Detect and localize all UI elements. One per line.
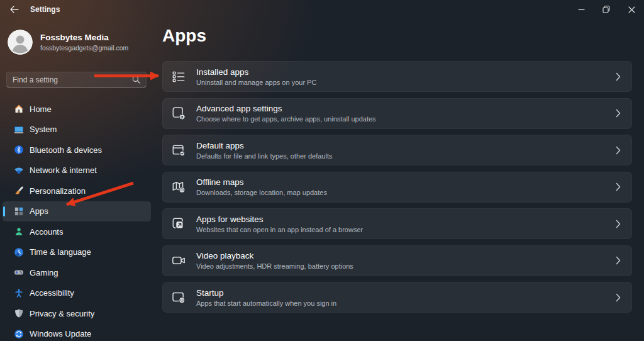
sidebar-item-label: Apps — [30, 206, 48, 216]
card-title: Installed apps — [196, 67, 316, 77]
apps-for-websites-card[interactable]: Apps for websites Websites that can open… — [162, 208, 632, 239]
privacy-security-icon — [14, 308, 24, 318]
apps-for-websites-icon — [170, 216, 187, 232]
advanced-app-settings-card[interactable]: Advanced app settings Choose where to ge… — [162, 98, 632, 129]
search-input[interactable] — [7, 75, 132, 84]
profile[interactable]: Fossbytes Media fossbytesgadgets@gmail.c… — [8, 30, 128, 55]
chevron-right-icon — [616, 146, 621, 155]
profile-text: Fossbytes Media fossbytesgadgets@gmail.c… — [40, 33, 128, 52]
sidebar-item-label: Windows Update — [30, 329, 91, 338]
card-text: Advanced app settings Choose where to ge… — [196, 104, 376, 123]
card-text: Apps for websites Websites that can open… — [196, 215, 363, 233]
sidebar-item-network[interactable]: Network & internet — [3, 160, 151, 181]
restore-icon — [602, 6, 610, 13]
chevron-right-icon — [616, 109, 621, 118]
sidebar-nav: Home System Bluetooth & devices Network … — [3, 99, 151, 341]
sidebar-item-personalization[interactable]: Personalization — [3, 181, 151, 201]
main-content: Apps Installed apps Uninstall and manage… — [157, 19, 644, 341]
sidebar-item-label: Privacy & security — [30, 309, 94, 318]
video-playback-icon — [170, 253, 187, 268]
sidebar-item-system[interactable]: System — [3, 120, 151, 140]
sidebar-item-privacy[interactable]: Privacy & security — [3, 303, 151, 324]
home-icon — [14, 104, 24, 114]
offline-maps-card[interactable]: Offline maps Downloads, storage location… — [162, 172, 632, 203]
titlebar: Settings — [0, 0, 644, 19]
card-title: Video playback — [196, 251, 353, 260]
system-icon — [14, 125, 24, 135]
default-apps-card[interactable]: Default apps Defaults for file and link … — [162, 135, 632, 165]
personalization-icon — [14, 186, 24, 196]
chevron-right-icon — [616, 293, 621, 302]
back-button[interactable] — [5, 2, 24, 17]
card-title: Offline maps — [196, 177, 327, 187]
close-button[interactable] — [619, 0, 644, 19]
windows-update-icon — [14, 329, 24, 339]
sidebar-item-apps[interactable]: Apps — [3, 201, 151, 222]
page-title: Apps — [162, 26, 206, 46]
gaming-icon — [14, 267, 24, 277]
window-controls — [569, 0, 644, 19]
card-subtitle: Downloads, storage location, map updates — [196, 189, 327, 196]
settings-card-list: Installed apps Uninstall and manage apps… — [162, 61, 632, 313]
sidebar-item-label: Accounts — [30, 227, 63, 237]
chevron-right-icon — [616, 182, 621, 191]
accessibility-icon — [14, 288, 24, 298]
sidebar-item-label: Bluetooth & devices — [30, 145, 102, 155]
sidebar-item-windows-update[interactable]: Windows Update — [3, 324, 151, 341]
startup-card[interactable]: Startup Apps that start automatically wh… — [162, 282, 632, 313]
card-text: Startup Apps that start automatically wh… — [196, 288, 336, 307]
time-language-icon — [14, 247, 24, 257]
sidebar-item-label: Network & internet — [30, 165, 97, 175]
card-text: Default apps Defaults for file and link … — [196, 141, 332, 160]
sidebar-item-time-language[interactable]: Time & language — [3, 242, 151, 263]
sidebar-item-label: Time & language — [30, 247, 91, 257]
card-subtitle: Apps that start automatically when you s… — [196, 299, 336, 307]
card-subtitle: Defaults for file and link types, other … — [196, 152, 332, 160]
bluetooth-icon — [14, 145, 24, 155]
card-title: Default apps — [196, 141, 332, 150]
sidebar-item-home[interactable]: Home — [3, 99, 151, 120]
close-icon — [628, 6, 635, 13]
installed-apps-card[interactable]: Installed apps Uninstall and manage apps… — [162, 61, 632, 92]
sidebar-item-gaming[interactable]: Gaming — [3, 262, 151, 283]
startup-icon — [170, 290, 187, 305]
search-icon[interactable] — [132, 75, 140, 84]
offline-maps-icon — [170, 179, 187, 194]
sidebar-item-label: System — [30, 125, 57, 134]
sidebar-item-label: Personalization — [30, 186, 86, 196]
card-title: Apps for websites — [196, 215, 363, 224]
minimize-button[interactable] — [569, 0, 594, 19]
network-icon — [14, 165, 24, 176]
card-subtitle: Video adjustments, HDR streaming, batter… — [196, 262, 353, 270]
card-title: Startup — [196, 288, 336, 298]
restore-button[interactable] — [594, 0, 619, 19]
sidebar-item-accessibility[interactable]: Accessibility — [3, 283, 151, 304]
minimize-icon — [578, 6, 585, 13]
card-text: Offline maps Downloads, storage location… — [196, 177, 327, 196]
video-playback-card[interactable]: Video playback Video adjustments, HDR st… — [162, 245, 632, 276]
card-text: Installed apps Uninstall and manage apps… — [196, 67, 316, 86]
accounts-icon — [14, 226, 24, 237]
apps-icon — [14, 206, 24, 216]
sidebar-item-accounts[interactable]: Accounts — [3, 221, 151, 242]
advanced-app-settings-icon — [170, 106, 187, 121]
card-title: Advanced app settings — [196, 104, 376, 113]
profile-email: fossbytesgadgets@gmail.com — [40, 44, 128, 52]
card-subtitle: Uninstall and manage apps on your PC — [196, 79, 316, 86]
chevron-right-icon — [616, 256, 621, 265]
installed-apps-icon — [170, 69, 187, 84]
sidebar-item-label: Home — [30, 104, 52, 114]
settings-window: Settings — [0, 0, 644, 341]
window-title: Settings — [30, 5, 60, 14]
sidebar-item-label: Gaming — [30, 268, 58, 277]
card-subtitle: Choose where to get apps, archive apps, … — [196, 115, 376, 123]
chevron-right-icon — [616, 72, 621, 81]
card-subtitle: Websites that can open in an app instead… — [196, 226, 363, 233]
avatar — [8, 30, 33, 55]
chevron-right-icon — [616, 220, 621, 228]
default-apps-icon — [170, 143, 187, 158]
search-box[interactable] — [6, 72, 147, 87]
sidebar-item-bluetooth[interactable]: Bluetooth & devices — [3, 140, 151, 160]
sidebar-item-label: Accessibility — [30, 288, 74, 298]
back-icon — [10, 6, 19, 13]
